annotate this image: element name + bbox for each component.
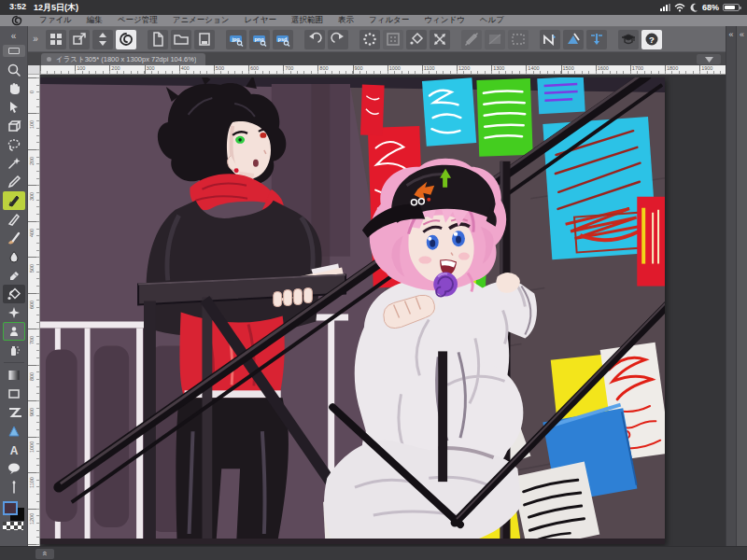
selection-tool[interactable] [3,135,25,154]
menu-item-9[interactable]: ヘルプ [472,15,512,26]
menu-item-4[interactable]: レイヤー [236,15,284,26]
collapse-strip-icon[interactable]: « [726,30,736,39]
pencil-tool[interactable] [3,210,25,229]
ruler-number: 800 [29,372,35,381]
svg-text:A: A [9,444,18,457]
ruler-tool[interactable] [3,422,25,441]
snap-to-special-ruler-button[interactable] [563,30,584,49]
tab-modified-dot [47,57,51,62]
export-psd-button[interactable]: psd [273,30,293,49]
brush-tool[interactable] [3,229,25,247]
right-palette-strip-2[interactable]: « [736,26,747,546]
export-jpg-button[interactable]: jpg [226,30,247,49]
fill-tool[interactable] [3,285,25,303]
eyedropper-tool[interactable] [3,173,25,191]
menu-item-3[interactable]: アニメーション [165,15,237,26]
tool-palette-header[interactable] [3,45,25,57]
tool-palette: « A [0,26,28,560]
command-bar: » jpgpngpsd? « « [28,27,747,52]
expand-bottom-icon[interactable]: « [35,549,54,559]
canvas-pasteboard [40,75,726,546]
palette-dock-button[interactable] [46,30,66,49]
ruler-number: 200 [111,65,120,71]
transform-button[interactable] [430,30,450,49]
snap-to-grid-button[interactable] [586,30,607,49]
gradient-tool[interactable] [3,366,25,385]
open-file-button[interactable] [171,30,191,49]
airbrush-tool[interactable] [3,341,25,359]
sidebar-collapse-icon[interactable]: « [4,29,24,43]
collapse-strip-icon[interactable]: « [737,30,747,39]
ruler-number: 600 [29,301,35,309]
command-bar-expand-icon[interactable]: » [29,31,42,48]
transparent-color-swatch[interactable] [3,522,23,530]
cellular-signal-icon [660,4,670,11]
blend-tool[interactable] [3,247,25,266]
menu-item-0[interactable]: ファイル [32,15,79,26]
ruler-number: 1500 [563,65,574,71]
ruler-number: 600 [250,65,259,71]
ruler-number: 200 [29,157,35,165]
invert-selection-button [461,30,482,49]
ruler-number: 1000 [389,65,401,71]
document-tab[interactable]: イラスト305* (1800 x 1300px 72dpi 104.6%) [41,53,205,65]
canvas-tab-bar: イラスト305* (1800 x 1300px 72dpi 104.6%) [28,52,747,65]
marquee-button [508,30,529,49]
fill-selection-button[interactable] [406,30,427,49]
decoration-tool[interactable] [3,303,25,322]
ruler-number: 1600 [598,65,609,71]
undo-button[interactable] [304,30,325,49]
eraser-tool[interactable] [3,266,25,285]
new-file-button[interactable] [148,30,168,49]
tutorial-button[interactable] [618,30,639,49]
menu-item-8[interactable]: ウィンドウ [416,15,472,26]
main-color-swatch[interactable] [3,501,18,515]
save-button[interactable] [194,30,215,49]
menu-item-7[interactable]: フィルター [361,15,416,26]
line-correction-tool[interactable] [3,478,25,497]
auto-select-tool[interactable] [3,154,25,173]
ruler-number: 1100 [29,477,35,488]
help-button[interactable]: ? [641,30,662,49]
frame-border-tool[interactable] [3,403,25,422]
redo-button[interactable] [328,30,348,49]
menu-item-1[interactable]: 編集 [79,15,110,26]
zoom-tool[interactable] [3,61,25,79]
ruler-number: 900 [355,65,363,71]
snap-to-ruler-button[interactable] [540,30,560,49]
clip-studio-logo-icon[interactable] [11,15,22,26]
select-layer-area-button [383,30,403,49]
moon-icon [689,3,698,12]
wifi-icon [674,3,685,12]
menu-item-2[interactable]: ページ管理 [110,15,165,26]
menu-item-5[interactable]: 選択範囲 [284,15,331,26]
workspace-button[interactable] [69,30,90,49]
export-png-button[interactable]: png [249,30,270,49]
shape-tool[interactable] [3,385,25,403]
date: 12月5日(木) [34,2,78,14]
right-palette-strip-1[interactable]: « [726,26,736,546]
vertical-ruler: 0100200300400500600700800900100011001200… [28,75,40,546]
canvas-artwork[interactable] [40,77,665,544]
clip-studio-home-button[interactable] [116,30,136,49]
pen-tool[interactable] [3,191,25,210]
battery-icon [723,4,740,11]
layer-move-tool[interactable] [3,117,25,135]
ruler-number: 1200 [458,65,470,71]
ruler-number: 500 [29,264,35,273]
tab-list-dropdown-button[interactable] [697,54,721,64]
ruler-number: 700 [285,65,293,71]
ruler-number: 900 [29,408,35,416]
figure-tool[interactable] [3,322,25,341]
show-hide-palettes-button[interactable] [92,30,113,49]
ruler-number: 400 [181,65,190,71]
hand-tool[interactable] [3,79,25,98]
balloon-tool[interactable] [3,459,25,478]
menu-item-6[interactable]: 表示 [331,15,361,26]
ruler-number: 700 [29,336,35,344]
text-tool[interactable]: A [3,441,25,459]
ruler-number: 1200 [29,512,35,524]
gradient-selection-button [485,30,505,49]
deselect-button[interactable] [359,30,380,49]
operation-tool[interactable] [3,98,25,117]
